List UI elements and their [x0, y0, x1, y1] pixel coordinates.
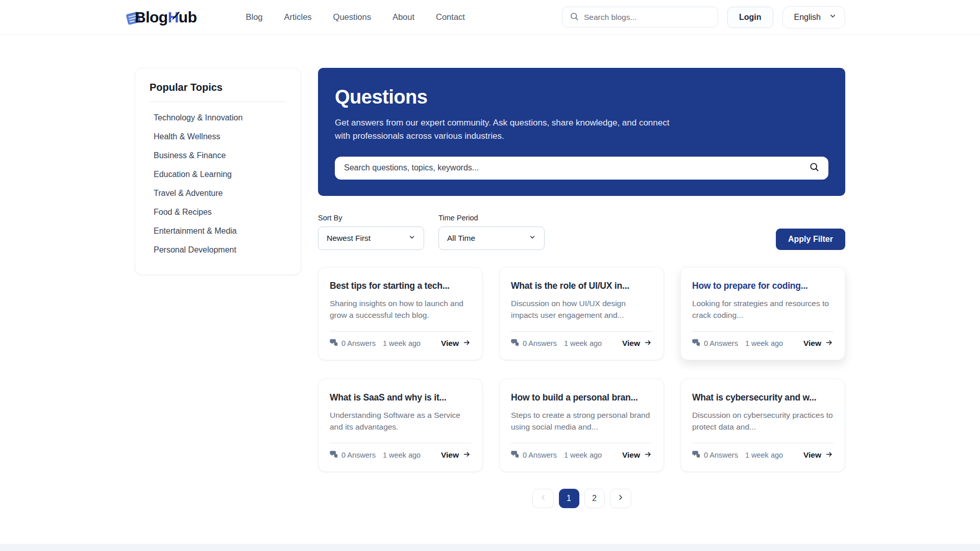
prev-page-button[interactable] [532, 489, 554, 508]
answers-count: 0 Answers [523, 451, 557, 459]
view-link[interactable]: View [803, 450, 834, 460]
comments-icon [692, 450, 701, 460]
topic-item-entertainment[interactable]: Entertainment & Media [150, 221, 286, 240]
question-card[interactable]: How to prepare for coding... Looking for… [680, 267, 845, 360]
arrow-right-icon [825, 339, 834, 348]
answers-count: 0 Answers [341, 451, 376, 459]
question-card[interactable]: What is the role of UI/UX in... Discussi… [499, 267, 664, 360]
blog-search-box [562, 7, 718, 28]
search-icon[interactable] [809, 162, 819, 174]
topic-list: Technology & Innovation Health & Wellnes… [150, 108, 286, 259]
question-title[interactable]: What is cybersecurity and w... [692, 392, 834, 403]
arrow-right-icon [644, 339, 652, 348]
comments-icon [330, 339, 338, 348]
time-period-select[interactable]: All Time [438, 227, 545, 250]
divider [692, 331, 834, 332]
view-link[interactable]: View [803, 339, 834, 348]
divider [511, 443, 652, 443]
topic-item-technology[interactable]: Technology & Innovation [150, 108, 286, 127]
chevron-left-icon [539, 493, 547, 504]
sort-by-label: Sort By [318, 214, 424, 222]
chevron-down-icon [408, 234, 415, 243]
nav-link-articles[interactable]: Articles [284, 12, 312, 22]
chevron-down-icon [529, 234, 536, 243]
topic-item-business[interactable]: Business & Finance [150, 146, 286, 165]
posted-time: 1 week ago [564, 451, 602, 459]
divider [330, 331, 471, 332]
comments-icon [330, 450, 338, 460]
pagination: 1 2 [318, 489, 845, 508]
question-title[interactable]: How to build a personal bran... [511, 392, 652, 403]
language-select[interactable]: English [782, 6, 845, 29]
time-period-label: Time Period [438, 214, 545, 222]
view-link[interactable]: View [622, 450, 652, 460]
question-description: Understanding Software as a Service and … [330, 409, 471, 434]
question-title[interactable]: Best tips for starting a tech... [330, 281, 471, 291]
search-icon [570, 12, 579, 23]
sort-by-select[interactable]: Newest First [318, 227, 424, 250]
posted-time: 1 week ago [745, 339, 783, 347]
question-description: Discussion on how UI/UX design impacts u… [511, 297, 652, 322]
page-title: Questions [335, 86, 828, 108]
main-nav: Blog Articles Questions About Contact [246, 12, 464, 22]
arrow-right-icon [825, 450, 834, 460]
view-link[interactable]: View [622, 339, 652, 348]
nav-link-blog[interactable]: Blog [246, 12, 262, 22]
question-title[interactable]: How to prepare for coding... [692, 281, 834, 291]
posted-time: 1 week ago [564, 339, 602, 347]
topic-item-education[interactable]: Education & Learning [150, 165, 286, 184]
top-navbar: BlogHub Blog Articles Questions About Co… [0, 0, 980, 34]
view-link[interactable]: View [441, 339, 471, 348]
topic-item-health[interactable]: Health & Wellness [150, 127, 286, 146]
next-page-button[interactable] [610, 489, 631, 508]
answers-count: 0 Answers [341, 339, 376, 347]
questions-hero: Questions Get answers from our expert co… [318, 68, 845, 196]
bloghub-logo[interactable]: BlogHub [135, 9, 197, 26]
answers-count: 0 Answers [704, 339, 738, 347]
arrow-right-icon [644, 450, 652, 460]
question-title[interactable]: What is SaaS and why is it... [330, 392, 471, 403]
question-card[interactable]: Best tips for starting a tech... Sharing… [318, 267, 483, 360]
question-description: Looking for strategies and resources to … [692, 297, 834, 322]
popular-topics-title: Popular Topics [150, 82, 286, 102]
login-button[interactable]: Login [727, 7, 773, 28]
topic-item-food[interactable]: Food & Recipes [150, 203, 286, 221]
footer [0, 544, 980, 551]
comments-icon [511, 339, 520, 348]
page-description: Get answers from our expert community. A… [335, 116, 687, 143]
question-card[interactable]: What is cybersecurity and w... Discussio… [680, 379, 845, 472]
popular-topics-panel: Popular Topics Technology & Innovation H… [135, 68, 301, 275]
comments-icon [511, 450, 520, 460]
arrow-right-icon [462, 339, 471, 348]
question-description: Steps to create a strong personal brand … [511, 409, 652, 434]
question-title[interactable]: What is the role of UI/UX in... [511, 281, 652, 291]
view-link[interactable]: View [441, 450, 471, 460]
comments-icon [692, 339, 701, 348]
sort-by-value: Newest First [327, 234, 371, 243]
question-card[interactable]: How to build a personal bran... Steps to… [499, 379, 664, 472]
answers-count: 0 Answers [523, 339, 557, 347]
blog-search-input[interactable] [584, 13, 710, 22]
question-cards-grid: Best tips for starting a tech... Sharing… [318, 267, 845, 472]
nav-link-contact[interactable]: Contact [436, 12, 465, 22]
nav-link-questions[interactable]: Questions [333, 12, 371, 22]
posted-time: 1 week ago [383, 451, 421, 459]
questions-search-input[interactable] [344, 163, 803, 172]
divider [692, 443, 834, 443]
topic-item-personal[interactable]: Personal Development [150, 240, 286, 259]
chevron-right-icon [617, 493, 625, 504]
posted-time: 1 week ago [745, 451, 783, 459]
nav-link-about[interactable]: About [393, 12, 414, 22]
page-button-2[interactable]: 2 [584, 489, 605, 508]
chevron-down-icon [829, 12, 837, 22]
fountain-pen-icon [169, 8, 181, 25]
question-card[interactable]: What is SaaS and why is it... Understand… [318, 379, 483, 472]
page-button-1[interactable]: 1 [559, 489, 579, 508]
topic-item-travel[interactable]: Travel & Adventure [150, 184, 286, 203]
question-description: Sharing insights on how to launch and gr… [330, 297, 471, 322]
questions-search-box [335, 157, 828, 180]
time-period-value: All Time [447, 234, 475, 243]
language-value: English [794, 13, 821, 22]
apply-filter-button[interactable]: Apply Filter [776, 229, 845, 250]
answers-count: 0 Answers [704, 451, 738, 459]
